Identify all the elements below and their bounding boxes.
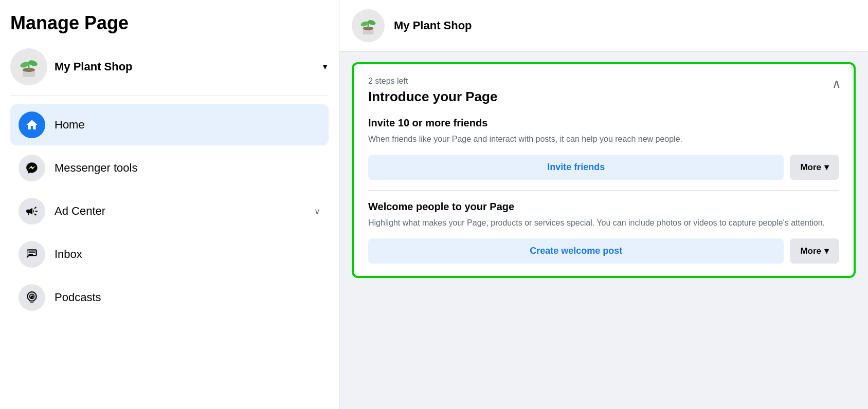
section-divider <box>368 190 839 191</box>
invite-friends-button[interactable]: Invite friends <box>368 155 784 180</box>
welcome-more-label: More <box>800 246 821 256</box>
podcasts-icon <box>19 284 45 311</box>
invite-section: Invite 10 or more friends When friends l… <box>368 117 839 180</box>
invite-description: When friends like your Page and interact… <box>368 133 839 145</box>
adcenter-chevron-icon: ∨ <box>314 207 320 216</box>
steps-left-label: 2 steps left <box>368 77 839 86</box>
invite-more-chevron-icon: ▾ <box>824 162 829 173</box>
sidebar-item-inbox-label: Inbox <box>55 248 320 261</box>
welcome-more-chevron-icon: ▾ <box>824 246 829 256</box>
sidebar-page-avatar <box>10 48 47 85</box>
welcome-section: Welcome people to your Page Highlight wh… <box>368 201 839 264</box>
header-page-name: My Plant Shop <box>394 19 472 32</box>
invite-actions: Invite friends More ▾ <box>368 155 839 180</box>
sidebar-item-podcasts-label: Podcasts <box>55 291 320 304</box>
sidebar-title: Manage Page <box>10 12 329 34</box>
sidebar-item-messenger[interactable]: Messenger tools <box>10 147 329 189</box>
content-area: 2 steps left Introduce your Page ∧ Invit… <box>339 52 868 409</box>
sidebar-item-adcenter[interactable]: Ad Center ∨ <box>10 191 329 232</box>
welcome-actions: Create welcome post More ▾ <box>368 238 839 264</box>
sidebar-item-podcasts[interactable]: Podcasts <box>10 277 329 318</box>
sidebar-item-inbox[interactable]: Inbox <box>10 234 329 275</box>
welcome-heading: Welcome people to your Page <box>368 201 839 213</box>
sidebar: Manage Page My Plant Shop ▼ <box>0 0 339 409</box>
collapse-button[interactable]: ∧ <box>832 77 841 91</box>
invite-heading: Invite 10 or more friends <box>368 117 839 129</box>
sidebar-nav: Home Messenger tools Ad Center ∨ <box>10 104 329 318</box>
sidebar-item-messenger-label: Messenger tools <box>55 161 320 175</box>
inbox-icon <box>19 241 45 268</box>
sidebar-item-home[interactable]: Home <box>10 104 329 145</box>
welcome-description: Highlight what makes your Page, products… <box>368 217 839 229</box>
main-content: My Plant Shop 2 steps left Introduce you… <box>339 0 868 409</box>
sidebar-page-name: My Plant Shop <box>55 60 314 73</box>
invite-more-label: More <box>800 162 821 173</box>
welcome-more-button[interactable]: More ▾ <box>790 238 839 264</box>
adcenter-icon <box>19 198 45 225</box>
create-welcome-post-button[interactable]: Create welcome post <box>368 238 784 264</box>
sidebar-item-adcenter-label: Ad Center <box>55 204 305 218</box>
intro-card-title: Introduce your Page <box>368 89 839 105</box>
page-header: My Plant Shop <box>339 0 868 52</box>
page-selector[interactable]: My Plant Shop ▼ <box>10 48 329 96</box>
invite-more-button[interactable]: More ▾ <box>790 155 839 180</box>
header-avatar <box>352 9 385 42</box>
intro-card: 2 steps left Introduce your Page ∧ Invit… <box>352 62 856 278</box>
messenger-icon <box>19 155 45 181</box>
sidebar-item-home-label: Home <box>55 118 320 132</box>
sidebar-dropdown-arrow: ▼ <box>321 63 329 71</box>
home-icon <box>19 111 45 138</box>
